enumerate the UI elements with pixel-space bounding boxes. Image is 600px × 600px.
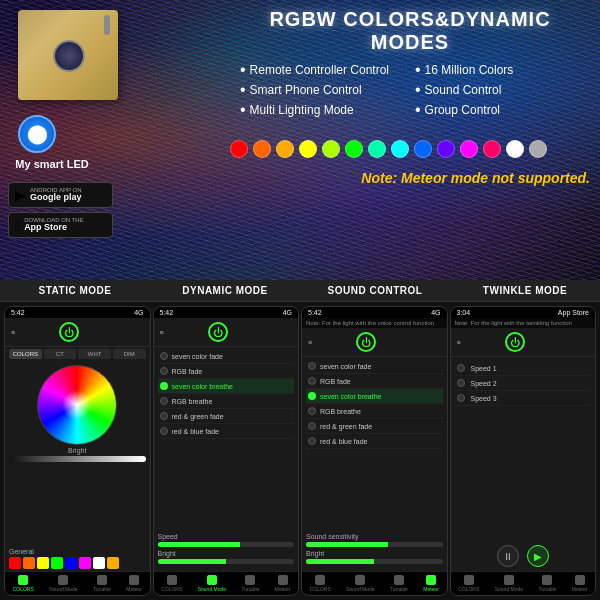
sound-dot-4 <box>308 407 316 415</box>
phone3-nav-4[interactable]: Meteor <box>423 575 439 592</box>
mode-item-3[interactable]: seven color breathe <box>158 379 295 394</box>
playback-controls: ⏸ ▶ <box>451 541 596 571</box>
phone2-nav-3[interactable]: Tunable <box>241 575 259 592</box>
mode-dot-6 <box>160 427 168 435</box>
nav-tunable-text: Tunable <box>93 586 111 592</box>
product-image <box>18 10 128 110</box>
phone3-status: 5:42 4G <box>302 307 447 318</box>
title-area: RGBW COLORS&DYNAMIC MODES • Remote Contr… <box>230 8 590 118</box>
tab-wht[interactable]: WHT <box>78 349 111 359</box>
speed-name-3: Speed 3 <box>471 395 497 402</box>
phone3-nav-1[interactable]: COLORS <box>310 575 331 592</box>
sound-name-1: seven color fade <box>320 363 441 370</box>
feature-6: • Group Control <box>415 102 580 118</box>
tab-ct[interactable]: CT <box>44 349 77 359</box>
speed-bar[interactable] <box>158 542 295 547</box>
bullet-1: • <box>240 62 246 78</box>
mode-label-twinkle: TWINKLE MODE <box>450 280 600 301</box>
phone2-nav-icon-2 <box>207 575 217 585</box>
speed-label: Speed <box>158 533 295 540</box>
nav-meteor[interactable]: Meteor <box>126 575 142 592</box>
sound-sensitivity-bar[interactable] <box>306 542 443 547</box>
color-swatch[interactable] <box>23 557 35 569</box>
phone3-nav-2[interactable]: Sound Mode <box>346 575 374 592</box>
color-swatch[interactable] <box>37 557 49 569</box>
store-badges-container: ▶ ANDROID APP ON Google play  Download … <box>8 182 113 238</box>
mode-item-5[interactable]: red & green fade <box>158 409 295 424</box>
phone4-nav-4[interactable]: Meteor <box>572 575 588 592</box>
nav-colors[interactable]: COLORS <box>13 575 34 592</box>
sound-dot-1 <box>308 362 316 370</box>
phone1-tab-row: COLORS CT WHT DIM <box>5 347 150 361</box>
play-button[interactable]: ▶ <box>527 545 549 567</box>
color-swatch[interactable] <box>107 557 119 569</box>
top-section: ⬤ My smart LED ▶ ANDROID APP ON Google p… <box>0 0 600 280</box>
google-play-text: ANDROID APP ON Google play <box>30 187 82 203</box>
mode-label-dynamic: DYNAMIC MODE <box>150 280 300 301</box>
speed-item-2[interactable]: Speed 2 <box>455 376 592 391</box>
sound-mode-2[interactable]: RGB fade <box>306 374 443 389</box>
phone4-nav-icon-3 <box>542 575 552 585</box>
sound-name-2: RGB fade <box>320 378 441 385</box>
phone1-color-wheel-container: Bright <box>5 361 150 548</box>
google-play-badge[interactable]: ▶ ANDROID APP ON Google play <box>8 182 113 208</box>
tab-colors[interactable]: COLORS <box>9 349 42 359</box>
phone2-nav-1[interactable]: COLORS <box>161 575 182 592</box>
mode-item-4[interactable]: RGB breathe <box>158 394 295 409</box>
apple-icon:  <box>15 217 20 233</box>
speed-name-2: Speed 2 <box>471 380 497 387</box>
mode-item-2[interactable]: RGB fade <box>158 364 295 379</box>
sound-dot-2 <box>308 377 316 385</box>
phone3-power-btn[interactable]: ⏻ <box>356 332 376 352</box>
speed-item-3[interactable]: Speed 3 <box>455 391 592 406</box>
bluetooth-icon: ⬤ <box>27 123 47 145</box>
sound-mode-6[interactable]: red & blue fade <box>306 434 443 449</box>
tab-dim[interactable]: DIM <box>113 349 146 359</box>
color-swatch[interactable] <box>9 557 21 569</box>
bright-bar-p2[interactable] <box>158 559 295 564</box>
color-swatch[interactable] <box>65 557 77 569</box>
feature-text-5: Multi Lighting Mode <box>250 103 354 117</box>
phone2-header: ≡ ⏻ <box>154 318 299 347</box>
phone2-nav-4[interactable]: Meteor <box>275 575 291 592</box>
phone1-power-btn[interactable]: ⏻ <box>59 322 79 342</box>
phone4-nav-3[interactable]: Tunable <box>538 575 556 592</box>
phone3-nav-3[interactable]: Tunable <box>390 575 408 592</box>
phone4-nav-icon-4 <box>575 575 585 585</box>
phone4-nav-2[interactable]: Sound Mode <box>495 575 523 592</box>
speed-item-1[interactable]: Speed 1 <box>455 361 592 376</box>
color-swatch[interactable] <box>79 557 91 569</box>
sound-mode-1[interactable]: seven color fade <box>306 359 443 374</box>
phone2-power-btn[interactable]: ⏻ <box>208 322 228 342</box>
mode-item-1[interactable]: seven color fade <box>158 349 295 364</box>
phone4-nav-1[interactable]: COLORS <box>458 575 479 592</box>
pause-button[interactable]: ⏸ <box>497 545 519 567</box>
color-dot <box>253 140 271 158</box>
phone4-status: 3:04 App Store <box>451 307 596 318</box>
sound-mode-4[interactable]: RGB breathe <box>306 404 443 419</box>
phone4-nav-icon-1 <box>464 575 474 585</box>
phone3-bottom-nav: COLORS Sound Mode Tunable Meteor <box>302 571 447 595</box>
bright-label-p2: Bright <box>158 550 295 557</box>
phone2-nav-text-4: Meteor <box>275 586 291 592</box>
phone2-nav-2[interactable]: Sound Mode <box>198 575 226 592</box>
phone4-power-btn[interactable]: ⏻ <box>505 332 525 352</box>
app-store-badge[interactable]:  Download on the App Store <box>8 212 113 238</box>
mode-dot-4 <box>160 397 168 405</box>
phone3-nav-icon-2 <box>355 575 365 585</box>
color-swatch[interactable] <box>93 557 105 569</box>
nav-tunable[interactable]: Tunable <box>93 575 111 592</box>
phone1-time: 5:42 <box>11 309 25 316</box>
sound-mode-5[interactable]: red & green fade <box>306 419 443 434</box>
bright-bar-p3[interactable] <box>306 559 443 564</box>
mode-item-6[interactable]: red & blue fade <box>158 424 295 439</box>
color-swatch[interactable] <box>51 557 63 569</box>
brightness-bar[interactable] <box>9 456 146 462</box>
color-wheel[interactable] <box>37 365 117 445</box>
bottom-section: STATIC MODE DYNAMIC MODE SOUND CONTROL T… <box>0 280 600 600</box>
sound-mode-3[interactable]: seven color breathe <box>306 389 443 404</box>
features-grid: • Remote Controller Control • 16 Million… <box>230 62 590 118</box>
sound-dot-5 <box>308 422 316 430</box>
nav-sound[interactable]: Sound Mode <box>49 575 77 592</box>
phone-twinkle: 3:04 App Store Note: For the light with … <box>450 306 597 596</box>
